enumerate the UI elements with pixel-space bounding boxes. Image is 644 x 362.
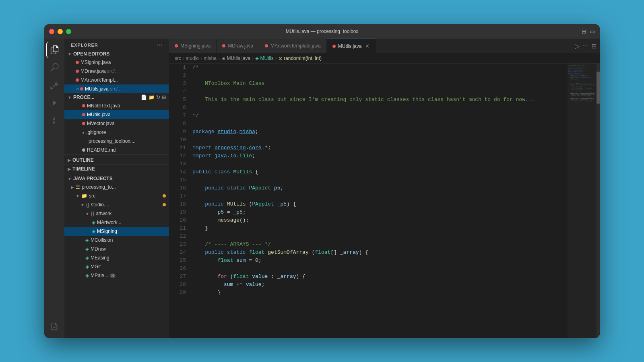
main-content: EXPLORER ··· ▼ OPEN EDITORS MSigning.jav… xyxy=(44,39,600,338)
outline-section[interactable]: ▶ OUTLINE xyxy=(64,154,169,164)
minimize-button[interactable] xyxy=(58,29,63,34)
run-icon[interactable]: ▷ xyxy=(575,42,580,50)
java-src-folder[interactable]: ▼ 📁 src xyxy=(64,191,169,200)
java-mcollision-class[interactable]: ◈ MCollision xyxy=(64,236,169,245)
search-activity-icon[interactable] xyxy=(46,60,62,76)
project-icon: ☰ xyxy=(76,184,80,190)
tab-label: MSigning.java xyxy=(180,43,211,49)
breadcrumb-class[interactable]: ◈ MUtils xyxy=(255,56,274,61)
tab-label: MUtils.java xyxy=(338,43,362,49)
java-artwork-ns[interactable]: ▼ {} artwork xyxy=(64,209,169,218)
source-control-activity-icon[interactable] xyxy=(46,77,62,93)
file-mnotetext[interactable]: MNoteText.java xyxy=(64,101,169,110)
maximize-button[interactable] xyxy=(66,29,71,34)
code-line-18: public MUtils (PApplet _p5) { xyxy=(192,200,568,208)
error-indicator xyxy=(82,122,85,125)
more-options-icon[interactable]: ··· xyxy=(157,42,163,48)
open-editor-mdraw[interactable]: MDraw.java src/... xyxy=(64,67,169,76)
tab-label: MDraw.java xyxy=(228,43,253,49)
breadcrumb-studio[interactable]: studio xyxy=(186,56,199,61)
more-actions-icon[interactable]: ··· xyxy=(583,42,588,49)
file-mvector[interactable]: MVector.java xyxy=(64,119,169,128)
java-projects-section[interactable]: ▼ JAVA PROJECTS xyxy=(64,173,169,183)
code-line-2 xyxy=(192,72,568,80)
minimap-scrollbar[interactable] xyxy=(597,64,600,338)
code-line-8 xyxy=(192,120,568,128)
java-mpale-class[interactable]: ◈ MPale... 3 xyxy=(64,271,169,280)
open-editor-msigning[interactable]: MSigning.java xyxy=(64,58,169,67)
processing-arrow: ▼ xyxy=(68,95,72,100)
tab-mdraw[interactable]: MDraw.java xyxy=(217,39,259,53)
code-line-23: /* ---- ARRAYS --- */ xyxy=(192,241,568,249)
close-editor-icon[interactable]: ✕ xyxy=(76,86,79,92)
sidebar: EXPLORER ··· ▼ OPEN EDITORS MSigning.jav… xyxy=(64,39,169,338)
processing-section[interactable]: ▼ PROCE... 📄 📁 ↻ ⊟ xyxy=(64,93,169,101)
folder-icon: 📁 xyxy=(81,193,87,199)
error-indicator xyxy=(76,61,79,64)
class-icon: ◈ xyxy=(92,228,95,234)
sidebar-content[interactable]: ▼ OPEN EDITORS MSigning.java MDraw.java … xyxy=(64,50,169,338)
close-button[interactable] xyxy=(49,29,54,34)
activity-bar xyxy=(44,39,64,338)
breadcrumb-file[interactable]: ⊞ MUtils.java xyxy=(221,56,250,61)
refresh-icon[interactable]: ↻ xyxy=(156,95,160,100)
code-line-12: import java.io.File; xyxy=(192,152,568,160)
extensions-activity-icon[interactable] xyxy=(46,113,62,129)
minimap-thumb[interactable] xyxy=(597,72,600,104)
error-indicator xyxy=(82,113,85,116)
timeline-arrow: ▶ xyxy=(68,167,71,171)
sidebar-header-icons: ··· xyxy=(157,42,163,48)
explorer-activity-icon[interactable] xyxy=(46,42,62,58)
line-numbers: 1 2 3 4 5 6 7 8 9 10 11 12 13 14 15 16 1 xyxy=(169,64,189,338)
tab-mutils[interactable]: MUtils.java ✕ xyxy=(327,39,377,53)
code-editor: 1 2 3 4 5 6 7 8 9 10 11 12 13 14 15 16 1 xyxy=(169,64,600,338)
code-line-28: sum += value; xyxy=(192,281,568,289)
java-project-root[interactable]: ▶ ☰ processing_to... xyxy=(64,183,169,191)
open-editor-mutils[interactable]: ✕ MUtils.java src/... xyxy=(64,84,169,93)
open-editor-martwork[interactable]: MArtworkTempl... xyxy=(64,76,169,84)
open-editors-section[interactable]: ▼ OPEN EDITORS xyxy=(64,50,169,58)
tab-msigning[interactable]: MSigning.java xyxy=(169,39,217,53)
file-gitignore[interactable]: ● .gitignore xyxy=(64,128,169,137)
sidebar-title: EXPLORER xyxy=(71,43,98,47)
file-processing-toolbox[interactable]: processing_toolbox.... xyxy=(64,137,169,146)
code-line-4 xyxy=(192,88,568,96)
outline-arrow: ▶ xyxy=(68,158,71,162)
code-line-6 xyxy=(192,104,568,112)
vscode-window: MUtils.java — processing_toolbox ⊟ ▭ xyxy=(44,24,600,338)
java-msigning-class[interactable]: ◈ MSigning xyxy=(64,227,169,236)
collapse-icon[interactable]: ⊟ xyxy=(162,95,166,100)
run-debug-activity-icon[interactable] xyxy=(46,95,62,111)
class-icon: ◈ xyxy=(85,264,89,269)
new-file-icon[interactable]: 📄 xyxy=(141,95,147,100)
tab-close-icon[interactable]: ✕ xyxy=(364,43,370,49)
java-martwork-class[interactable]: ◈ MArtwork... xyxy=(64,218,169,227)
tab-martwork[interactable]: MArtworkTemplate.java xyxy=(259,39,327,53)
minimap-content: /* MToolbox Main Class package studio.mi… xyxy=(568,64,600,338)
split-right-icon[interactable]: ⊟ xyxy=(591,42,597,50)
java-mgit-class[interactable]: ◈ MGit xyxy=(64,262,169,271)
file-mutils[interactable]: MUtils.java xyxy=(64,110,169,119)
java-studio-ns[interactable]: ▼ {} studio.... xyxy=(64,200,169,209)
split-editor-icon[interactable]: ⊟ xyxy=(582,28,586,35)
breadcrumb-method[interactable]: ⊙ randomInt(int, int) xyxy=(279,56,322,61)
ns-arrow: ▼ xyxy=(85,212,89,216)
toggle-panel-icon[interactable]: ▭ xyxy=(590,28,595,35)
java-measing-class[interactable]: ◈ MEasing xyxy=(64,253,169,262)
class-icon: ◈ xyxy=(85,273,89,278)
error-dot xyxy=(175,44,178,47)
error-indicator xyxy=(76,78,79,82)
file-readme[interactable]: README.md xyxy=(64,146,169,154)
code-content[interactable]: /* MToolbox Main Class This is the main … xyxy=(189,64,568,338)
new-folder-icon[interactable]: 📁 xyxy=(149,95,155,100)
open-editors-label: OPEN EDITORS xyxy=(73,51,109,57)
java-mdraw-class[interactable]: ◈ MDraw xyxy=(64,245,169,253)
info-indicator xyxy=(82,148,85,152)
breadcrumb-misha[interactable]: misha xyxy=(204,56,217,61)
processing-label: PROCE... xyxy=(73,95,95,100)
timeline-section[interactable]: ▶ TIMELINE xyxy=(64,164,169,173)
code-line-29: } xyxy=(192,289,568,297)
breadcrumb-src[interactable]: src xyxy=(175,56,181,61)
test-activity-icon[interactable] xyxy=(46,319,62,335)
code-line-1: /* xyxy=(192,64,568,72)
